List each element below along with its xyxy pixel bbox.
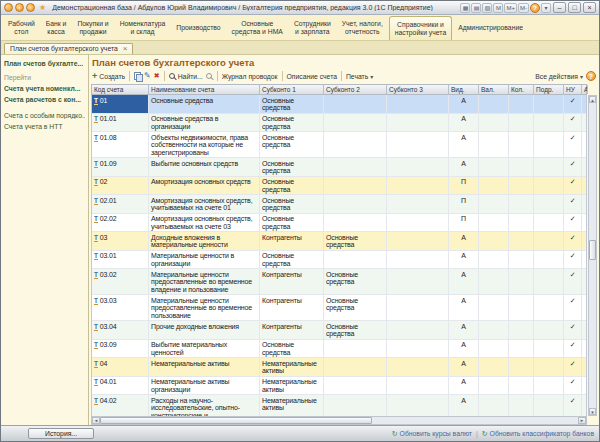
table-row[interactable]: Т03.09Выбытие материальных ценностейОсно… xyxy=(92,340,586,359)
window-list-icon[interactable]: ▦ xyxy=(460,3,470,13)
table-row[interactable]: Т02Амортизация основных средствОсновные … xyxy=(92,177,586,196)
favorites-icon[interactable]: ★ xyxy=(39,3,46,12)
section-tab-bank[interactable]: Банк и касса xyxy=(41,16,72,40)
account-icon: Т xyxy=(94,234,98,242)
calculator-icon[interactable]: ▧ xyxy=(482,3,492,13)
column-header-vid[interactable]: Вид. xyxy=(449,85,479,94)
calendar-icon[interactable]: ▤ xyxy=(471,3,481,13)
cell-code: Т01 xyxy=(92,95,149,113)
create-button[interactable]: + Создать xyxy=(92,72,125,80)
history-button[interactable]: История... xyxy=(28,428,94,439)
edit-button[interactable]: ✎ xyxy=(144,72,151,80)
journal-button[interactable]: Журнал проводок xyxy=(222,73,278,80)
table-row[interactable]: Т03.03Материальные ценности предоставлен… xyxy=(92,295,586,321)
vertical-scrollbar[interactable]: ▲ ▼ xyxy=(588,95,597,416)
cell-sub2 xyxy=(324,358,387,376)
column-header-sub3[interactable]: Субконто 3 xyxy=(387,85,449,94)
memory-recall-button[interactable]: M xyxy=(493,3,503,13)
table-row[interactable]: Т01.09Выбытие основных средствОсновные с… xyxy=(92,158,586,177)
document-tab-chart-of-accounts[interactable]: План счетов бухгалтерского учета × xyxy=(4,43,133,54)
close-button[interactable]: × xyxy=(583,2,596,13)
column-header-code[interactable]: Код счета xyxy=(92,85,149,94)
account-description-button[interactable]: Описание счета xyxy=(287,73,337,80)
cell-vid: П xyxy=(449,214,479,232)
maximize-button[interactable]: □ xyxy=(568,2,581,13)
table-row[interactable]: Т02.02Амортизация основных средств, учит… xyxy=(92,214,586,233)
cell-val xyxy=(479,377,509,395)
table-row[interactable]: Т02.01Амортизация основных средств, учит… xyxy=(92,195,586,214)
print-button[interactable]: Печать ▾ xyxy=(346,73,373,80)
table-row[interactable]: Т04.02Расходы на научно-исследовательски… xyxy=(92,395,586,416)
copy-button[interactable] xyxy=(134,72,141,80)
cell-vid: А xyxy=(449,395,479,416)
check-icon: ✓ xyxy=(570,378,576,385)
section-tab-administration[interactable]: Администрирование xyxy=(453,16,528,40)
table-row[interactable]: Т01.01Основные средства в организацииОсн… xyxy=(92,114,586,133)
column-header-podr[interactable]: Подр. xyxy=(534,85,564,94)
section-tab-reporting[interactable]: Учет, налоги, отчетность xyxy=(337,16,388,40)
horizontal-scrollbar-thumb[interactable] xyxy=(100,417,372,424)
main-menu-button[interactable] xyxy=(4,3,13,12)
delete-button[interactable]: ✖ xyxy=(154,72,160,80)
section-tab-purchases[interactable]: Покупки и продажи xyxy=(72,16,113,40)
table-row[interactable]: Т03.04Прочие доходные вложенияКонтрагент… xyxy=(92,321,586,340)
table-row[interactable]: Т01Основные средстваОсновные средстваА✓ xyxy=(92,95,586,114)
sidebar-item-settlement-accounts[interactable]: Счета расчетов с кон... xyxy=(4,96,85,103)
table-row[interactable]: Т01.08Объекты недвижимости, права собств… xyxy=(92,132,586,158)
column-header-nu[interactable]: НУ xyxy=(564,85,582,94)
titlebar-menu-arrow-icon[interactable]: ▾ xyxy=(541,3,551,13)
memory-add-button[interactable]: M+ xyxy=(504,3,517,13)
sidebar-item-item-accounting-accounts[interactable]: Счета учета номенкл... xyxy=(4,85,85,92)
cell-sub1: Контрагенты xyxy=(260,321,324,339)
account-icon: Т xyxy=(94,215,98,223)
table-row[interactable]: Т03.02Материальные ценности предоставлен… xyxy=(92,269,586,295)
cell-vid: А xyxy=(449,114,479,132)
section-tab-staff[interactable]: Сотрудники и зарплата xyxy=(289,16,336,40)
toolbar-separator xyxy=(282,71,283,81)
sidebar-item-chart-of-accounts[interactable]: План счетов бухгалте... xyxy=(4,60,85,67)
account-code: 01 xyxy=(100,97,108,105)
sidebar-item-ntt-accounts[interactable]: Счета учета в НТТ xyxy=(4,123,85,130)
cell-kol xyxy=(509,395,534,416)
section-tab-fixed-assets[interactable]: Основные средства и НМА xyxy=(227,16,288,40)
section-tab-nomenclature[interactable]: Номенклатура и склад xyxy=(115,16,171,40)
table-row[interactable]: Т04Нематериальные активыНематериальные а… xyxy=(92,358,586,377)
section-tab-production[interactable]: Производство xyxy=(171,16,225,40)
update-currency-rates-link[interactable]: ↻ Обновить курсы валют xyxy=(392,430,472,437)
sidebar-item-special-order-accounts[interactable]: Счета с особым порядко... xyxy=(4,112,85,119)
all-actions-button[interactable]: Все действия ▾ xyxy=(535,73,583,80)
cell-name: Выбытие материальных ценностей xyxy=(149,340,260,358)
update-bank-classifier-link[interactable]: ↻ Обновить классификатор банков xyxy=(482,430,594,437)
column-header-name[interactable]: Наименование счета xyxy=(149,85,260,94)
column-header-sub2[interactable]: Субконто 2 xyxy=(324,85,387,94)
cell-name: Материальные ценности в организации xyxy=(149,251,260,269)
section-tab-references[interactable]: Справочники и настройки учета xyxy=(389,16,452,40)
column-header-extra[interactable]: А xyxy=(582,85,588,94)
form-help-icon[interactable]: ? xyxy=(586,71,596,81)
section-tab-desktop[interactable]: Рабочий стол xyxy=(3,16,40,40)
cell-kol xyxy=(509,195,534,213)
memory-subtract-button[interactable]: M- xyxy=(518,3,529,13)
help-icon[interactable]: ? xyxy=(530,3,540,13)
account-icon: Т xyxy=(94,134,98,142)
find-button[interactable]: Найти... xyxy=(169,73,203,80)
forward-button[interactable]: › xyxy=(26,3,35,12)
vertical-scrollbar-thumb[interactable] xyxy=(589,240,596,260)
close-tab-icon[interactable]: × xyxy=(123,46,128,52)
scroll-down-icon[interactable]: ▼ xyxy=(589,408,596,415)
table-row[interactable]: Т03.01Материальные ценности в организаци… xyxy=(92,251,586,270)
scroll-up-icon[interactable]: ▲ xyxy=(589,96,596,103)
table-row[interactable]: Т04.01Нематериальные активы организацииН… xyxy=(92,377,586,396)
column-header-kol[interactable]: Кол. xyxy=(509,85,534,94)
back-button[interactable]: ‹ xyxy=(15,3,24,12)
account-code: 01.01 xyxy=(100,115,117,123)
scroll-left-icon[interactable]: ◄ xyxy=(92,417,100,424)
horizontal-scrollbar[interactable]: ◄ ► xyxy=(91,416,587,425)
column-header-sub1[interactable]: Субконто 1 xyxy=(260,85,324,94)
cancel-search-button[interactable] xyxy=(206,73,213,79)
column-header-val[interactable]: Вал. xyxy=(479,85,509,94)
cell-vid: А xyxy=(449,158,479,176)
scroll-right-icon[interactable]: ► xyxy=(578,417,586,424)
minimize-button[interactable]: – xyxy=(553,2,566,13)
table-row[interactable]: Т03Доходные вложения в материальные ценн… xyxy=(92,232,586,251)
